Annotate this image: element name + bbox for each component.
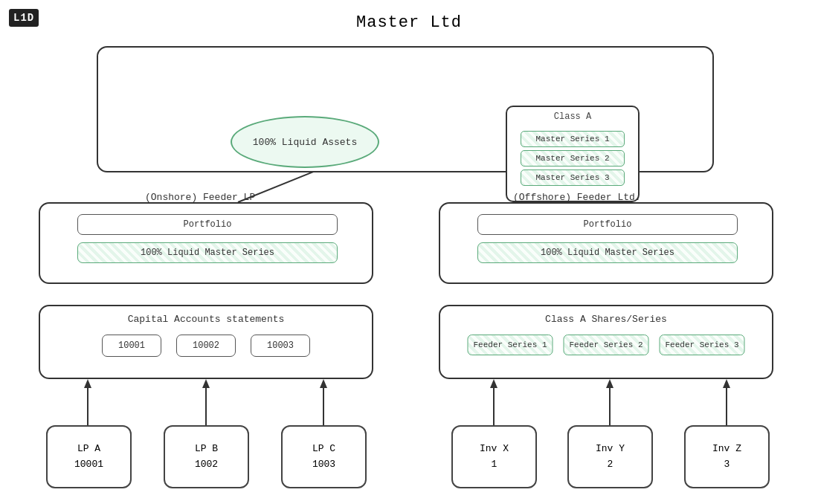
page: L1D Master Ltd Portfolio Investor Classe… bbox=[0, 0, 818, 504]
svg-marker-3 bbox=[202, 379, 210, 388]
class-a-box: Class A Master Series 1 Master Series 2 … bbox=[506, 106, 640, 202]
feeder-series-0: Feeder Series 1 bbox=[468, 335, 553, 355]
svg-marker-5 bbox=[320, 379, 327, 388]
offshore-liquid-series: 100% Liquid Master Series bbox=[477, 242, 738, 263]
class-a-shares-box: Class A Shares/Series Feeder Series 1 Fe… bbox=[439, 305, 773, 379]
master-series-2: Master Series 2 bbox=[521, 150, 625, 167]
master-series-1: Master Series 1 bbox=[521, 131, 625, 147]
inv-z-box: Inv Z 3 bbox=[684, 425, 770, 488]
class-a-label: Class A bbox=[554, 112, 591, 122]
page-title: Master Ltd bbox=[0, 13, 818, 32]
feeder-series-2: Feeder Series 3 bbox=[660, 335, 745, 355]
capital-accounts-label: Capital Accounts statements bbox=[128, 314, 285, 325]
capital-item-0: 10001 bbox=[102, 335, 161, 357]
inv-x-box: Inv X 1 bbox=[451, 425, 537, 488]
offshore-label: (Offshore) Feeder Ltd. bbox=[513, 192, 641, 203]
liquid-assets-ellipse: 100% Liquid Assets bbox=[231, 116, 379, 168]
lp-c-box: LP C 1003 bbox=[281, 425, 367, 488]
onshore-label: (Onshore) Feeder LP bbox=[145, 192, 255, 203]
capital-item-2: 10003 bbox=[251, 335, 310, 357]
master-series-list: Master Series 1 Master Series 2 Master S… bbox=[521, 128, 625, 186]
svg-marker-1 bbox=[84, 379, 91, 388]
offshore-portfolio-inner: Portfolio bbox=[477, 214, 738, 235]
feeder-series-items: Feeder Series 1 Feeder Series 2 Feeder S… bbox=[468, 335, 745, 355]
lp-a-box: LP A 10001 bbox=[46, 425, 132, 488]
lp-b-box: LP B 1002 bbox=[164, 425, 249, 488]
svg-marker-9 bbox=[606, 379, 614, 388]
offshore-feeder-box: Portfolio 100% Liquid Master Series bbox=[439, 202, 773, 284]
onshore-feeder-box: Portfolio 100% Liquid Master Series bbox=[39, 202, 373, 284]
svg-marker-11 bbox=[723, 379, 730, 388]
onshore-portfolio-inner: Portfolio bbox=[77, 214, 338, 235]
inv-y-box: Inv Y 2 bbox=[567, 425, 653, 488]
capital-item-1: 10002 bbox=[176, 335, 236, 357]
master-outer-box: 100% Liquid Assets Class A Master Series… bbox=[97, 46, 714, 172]
master-series-3: Master Series 3 bbox=[521, 169, 625, 186]
capital-accounts-box: Capital Accounts statements 10001 10002 … bbox=[39, 305, 373, 379]
svg-marker-7 bbox=[490, 379, 497, 388]
onshore-liquid-series: 100% Liquid Master Series bbox=[77, 242, 338, 263]
feeder-series-1: Feeder Series 2 bbox=[564, 335, 649, 355]
class-a-shares-label: Class A Shares/Series bbox=[545, 314, 667, 325]
capital-account-items: 10001 10002 10003 bbox=[102, 335, 310, 357]
